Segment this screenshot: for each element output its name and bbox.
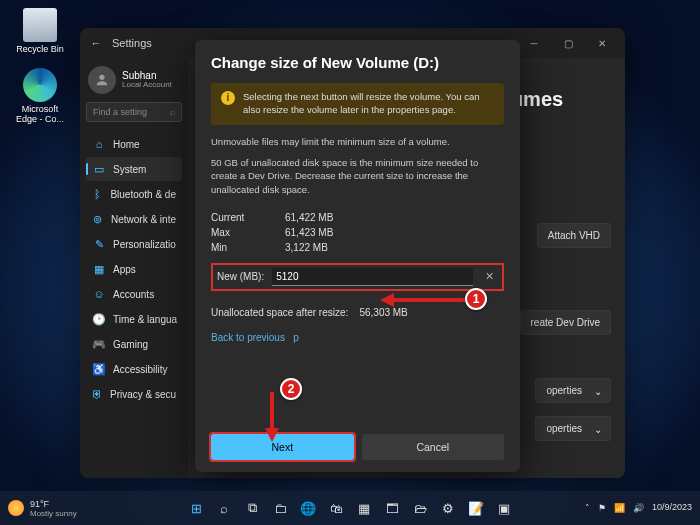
avatar [88, 66, 116, 94]
explorer-icon[interactable]: 🗀 [268, 496, 292, 520]
stat-label: Min [211, 242, 271, 253]
wifi-icon[interactable]: 📶 [614, 503, 625, 513]
properties-button[interactable]: operties⌄ [535, 416, 611, 441]
sidebar-item-label: Privacy & secu [110, 389, 176, 400]
close-button[interactable]: ✕ [585, 38, 619, 49]
sidebar-item-personalization[interactable]: ✎Personalizatio [86, 232, 182, 256]
svg-point-0 [99, 75, 104, 80]
sidebar-item-privacy[interactable]: ⛨Privacy & secu [86, 382, 182, 406]
properties-button[interactable]: operties⌄ [535, 378, 611, 403]
task-view-button[interactable]: ⧉ [240, 496, 264, 520]
new-size-input[interactable] [272, 268, 473, 286]
tray-icon[interactable]: ⚑ [598, 503, 606, 513]
search-input[interactable]: Find a setting ⌕ [86, 102, 182, 122]
taskbar: 91°F Mostly sunny ⊞ ⌕ ⧉ 🗀 🌐 🛍 ▦ 🗔 🗁 ⚙ 📝 … [0, 491, 700, 525]
dialog-paragraph: 50 GB of unallocated disk space is the m… [211, 156, 504, 196]
create-dev-drive-button[interactable]: reate Dev Drive [520, 310, 611, 335]
system-icon: ▭ [92, 162, 106, 176]
next-button[interactable]: Next [211, 434, 354, 460]
bluetooth-icon: ᛒ [92, 187, 103, 201]
sidebar-item-time[interactable]: 🕑Time & langua [86, 307, 182, 331]
button-label: operties [546, 423, 582, 434]
weather-cond: Mostly sunny [30, 509, 77, 518]
sidebar-item-bluetooth[interactable]: ᛒBluetooth & de [86, 182, 182, 206]
sidebar-item-label: Bluetooth & de [110, 189, 176, 200]
info-icon: i [221, 91, 235, 105]
sidebar-item-accessibility[interactable]: ♿Accessibility [86, 357, 182, 381]
stat-value: 61,423 MB [285, 227, 504, 238]
weather-widget[interactable]: 91°F Mostly sunny [8, 499, 77, 518]
search-icon: ⌕ [170, 107, 175, 117]
explorer-icon[interactable]: 🗁 [408, 496, 432, 520]
size-stats: Current61,422 MB Max61,423 MB Min3,122 M… [211, 212, 504, 253]
app-icon[interactable]: 🗔 [380, 496, 404, 520]
minimize-button[interactable]: ─ [517, 38, 551, 49]
sidebar-item-gaming[interactable]: 🎮Gaming [86, 332, 182, 356]
new-size-label: New (MB): [217, 271, 264, 282]
sidebar-item-network[interactable]: ⊚Network & inte [86, 207, 182, 231]
window-title: Settings [112, 37, 152, 49]
gaming-icon: 🎮 [92, 337, 106, 351]
apps-icon: ▦ [92, 262, 106, 276]
cancel-button[interactable]: Cancel [362, 434, 505, 460]
button-label: reate Dev Drive [531, 317, 600, 328]
tray-date: 10/9/2023 [652, 503, 692, 513]
store-icon[interactable]: 🛍 [324, 496, 348, 520]
accessibility-icon: ♿ [92, 362, 106, 376]
system-tray[interactable]: ˄ ⚑ 📶 🔊 10/9/2023 [585, 503, 692, 513]
account-block[interactable]: Subhan Local Account [86, 62, 182, 102]
chevron-down-icon: ⌄ [594, 424, 602, 435]
desktop-icon-recycle-bin[interactable]: Recycle Bin [10, 8, 70, 54]
weather-icon [8, 500, 24, 516]
stat-label: Max [211, 227, 271, 238]
taskbar-center: ⊞ ⌕ ⧉ 🗀 🌐 🛍 ▦ 🗔 🗁 ⚙ 📝 ▣ [184, 496, 516, 520]
search-button[interactable]: ⌕ [212, 496, 236, 520]
sidebar-item-label: System [113, 164, 146, 175]
account-type: Local Account [122, 81, 172, 90]
sidebar-item-home[interactable]: ⌂Home [86, 132, 182, 156]
stat-value: 61,422 MB [285, 212, 504, 223]
back-link-label: Back to previous [211, 332, 285, 343]
new-size-row: New (MB): ✕ [211, 263, 504, 291]
sidebar-item-label: Time & langua [113, 314, 177, 325]
back-button[interactable]: ← [86, 37, 106, 49]
clock-icon: 🕑 [92, 312, 106, 326]
back-link[interactable]: Back to previous p [211, 332, 504, 343]
chevron-down-icon: ⌄ [594, 386, 602, 397]
accounts-icon: ☺ [92, 287, 106, 301]
search-placeholder: Find a setting [93, 107, 147, 117]
sidebar-item-label: Home [113, 139, 140, 150]
sidebar-item-label: Personalizatio [113, 239, 176, 250]
app-icon[interactable]: 📝 [464, 496, 488, 520]
weather-temp: 91°F [30, 499, 77, 509]
sidebar-item-label: Gaming [113, 339, 148, 350]
sidebar-item-accounts[interactable]: ☺Accounts [86, 282, 182, 306]
unalloc-label: Unallocated space after resize: [211, 307, 348, 318]
chevron-up-icon[interactable]: ˄ [585, 503, 590, 513]
sidebar-item-apps[interactable]: ▦Apps [86, 257, 182, 281]
unallocated-row: Unallocated space after resize: 56,303 M… [211, 307, 504, 318]
desktop-icon-edge[interactable]: Microsoft Edge - Co... [10, 68, 70, 124]
start-button[interactable]: ⊞ [184, 496, 208, 520]
resize-volume-dialog: Change size of New Volume (D:) i Selecti… [195, 40, 520, 472]
home-icon: ⌂ [92, 137, 106, 151]
terminal-icon[interactable]: ▣ [492, 496, 516, 520]
sidebar-item-label: Network & inte [111, 214, 176, 225]
volume-icon[interactable]: 🔊 [633, 503, 644, 513]
app-icon[interactable]: ▦ [352, 496, 376, 520]
info-banner: i Selecting the next button will resize … [211, 83, 504, 125]
settings-icon[interactable]: ⚙ [436, 496, 460, 520]
sidebar-item-label: Accessibility [113, 364, 167, 375]
dialog-paragraph: Unmovable files may limit the minimum si… [211, 135, 504, 148]
edge-icon [23, 68, 57, 102]
sidebar: Subhan Local Account Find a setting ⌕ ⌂H… [80, 58, 188, 478]
dialog-title: Change size of New Volume (D:) [211, 54, 504, 71]
maximize-button[interactable]: ▢ [551, 38, 585, 49]
shield-icon: ⛨ [92, 387, 103, 401]
edge-icon[interactable]: 🌐 [296, 496, 320, 520]
sidebar-item-label: Apps [113, 264, 136, 275]
clear-input-button[interactable]: ✕ [481, 270, 498, 283]
attach-vhd-button[interactable]: Attach VHD [537, 223, 611, 248]
sidebar-item-system[interactable]: ▭System [86, 157, 182, 181]
sidebar-item-label: Accounts [113, 289, 154, 300]
